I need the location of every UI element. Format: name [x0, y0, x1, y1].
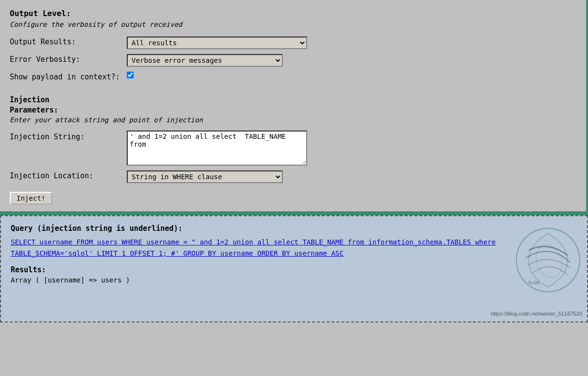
- injection-location-control: String in WHERE clause Numeric in WHERE …: [127, 170, 283, 183]
- show-payload-control: [127, 72, 134, 78]
- query-title: Query (injection string is underlined):: [11, 224, 577, 233]
- output-level-title: Output Level:: [10, 9, 576, 18]
- injection-string-control: ' and 1=2 union all select TABLE_NAME fr…: [127, 131, 307, 166]
- watermark: RuSM: [514, 226, 582, 296]
- results-text: Array ( [username] => users ): [11, 276, 577, 284]
- output-results-select[interactable]: All results First result only No output: [127, 37, 307, 49]
- injection-params-title: InjectionParameters:: [10, 95, 576, 115]
- spacer: [10, 86, 576, 95]
- show-payload-label: Show payload in context?:: [10, 72, 127, 81]
- output-results-label: Output Results:: [10, 37, 127, 46]
- url-watermark: https://blog.csdn.net/weixin_51167520: [491, 311, 582, 317]
- inject-button[interactable]: Inject!: [10, 192, 52, 205]
- injection-string-label: Injection String:: [10, 131, 127, 141]
- error-verbosity-label: Error Verbosity:: [10, 54, 127, 64]
- output-results-control: All results First result only No output: [127, 37, 307, 49]
- error-verbosity-row: Error Verbosity: Verbose error messages …: [10, 54, 576, 67]
- results-title: Results:: [11, 265, 577, 274]
- injection-location-row: Injection Location: String in WHERE clau…: [10, 170, 576, 183]
- show-payload-row: Show payload in context?:: [10, 72, 576, 81]
- svg-text:RuSM: RuSM: [529, 281, 539, 285]
- injection-location-select[interactable]: String in WHERE clause Numeric in WHERE …: [127, 170, 283, 183]
- output-level-desc: Configure the verbosity of output receiv…: [10, 20, 576, 30]
- error-verbosity-select[interactable]: Verbose error messages Short error messa…: [127, 54, 283, 67]
- svg-point-0: [516, 228, 580, 292]
- injection-params-desc: Enter your attack string and point of in…: [10, 115, 576, 125]
- injection-location-label: Injection Location:: [10, 170, 127, 180]
- injection-string-textarea[interactable]: ' and 1=2 union all select TABLE_NAME fr…: [127, 131, 307, 166]
- query-text: SELECT username FROM users WHERE usernam…: [11, 237, 577, 259]
- show-payload-checkbox[interactable]: [127, 72, 134, 78]
- green-divider: [0, 211, 588, 215]
- top-panel: Output Level: Configure the verbosity of…: [0, 0, 588, 211]
- error-verbosity-control: Verbose error messages Short error messa…: [127, 54, 283, 67]
- output-results-row: Output Results: All results First result…: [10, 37, 576, 49]
- injection-string-row: Injection String: ' and 1=2 union all se…: [10, 131, 576, 166]
- bottom-panel: RuSM Query (injection string is underlin…: [0, 215, 588, 322]
